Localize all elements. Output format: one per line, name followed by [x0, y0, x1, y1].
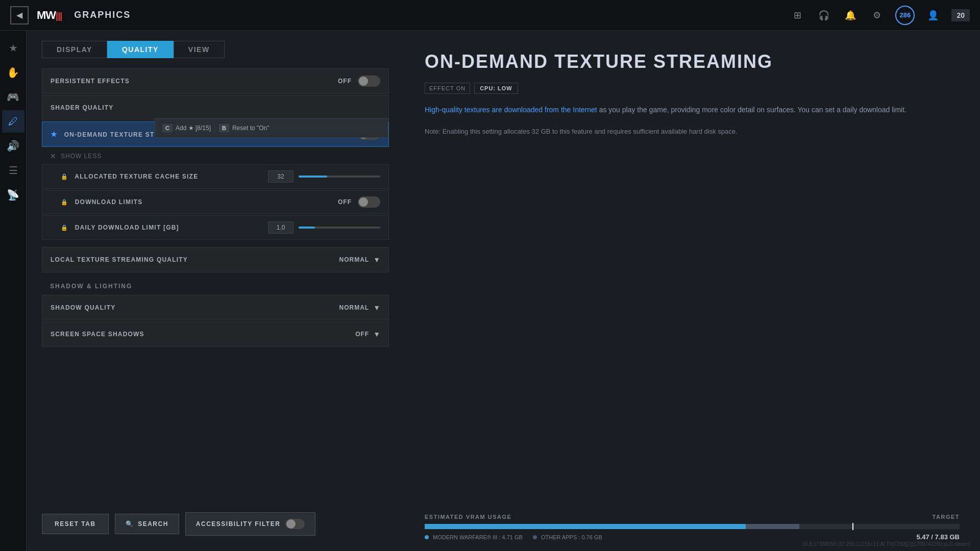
collapse-icon: ✕ — [50, 152, 57, 160]
vram-bar-mw — [425, 524, 746, 529]
sidebar-item-graphics[interactable]: 🖊 — [2, 110, 24, 133]
effect-value: CPU: LOW — [474, 83, 518, 94]
daily-limit-slider-track[interactable] — [299, 227, 380, 229]
sidebar-item-interface[interactable]: ☰ — [2, 159, 24, 182]
search-button[interactable]: 🔍 SEARCH — [115, 514, 179, 534]
vram-bar-container — [425, 524, 960, 529]
vram-header: ESTIMATED VRAM USAGE TARGET — [425, 514, 960, 520]
daily-limit-row[interactable]: 🔒 DAILY DOWNLOAD LIMIT [GB] 1.0 — [42, 215, 389, 240]
download-limits-label: 🔒 DOWNLOAD LIMITS — [61, 198, 338, 206]
persistent-effects-toggle[interactable] — [358, 76, 380, 87]
info-note: Note: Enabling this setting allocates 32… — [425, 127, 960, 137]
shader-reset-key: B — [219, 124, 229, 132]
shadow-quality-arrow: ▼ — [373, 304, 380, 312]
local-texture-quality-value: NORMAL — [339, 256, 369, 263]
daily-limit-value: 1.0 — [268, 221, 293, 234]
sidebar-item-account[interactable]: 📡 — [2, 184, 24, 206]
main-content: DISPLAY QUALITY VIEW PERSISTENT EFFECTS … — [27, 31, 980, 551]
download-limits-toggle[interactable] — [358, 196, 380, 208]
screen-space-shadows-arrow: ▼ — [373, 330, 380, 338]
page-title: GRAPHICS — [74, 10, 131, 20]
sidebar-item-audio[interactable]: 🔊 — [2, 135, 24, 157]
shadow-quality-row[interactable]: SHADOW QUALITY NORMAL ▼ — [42, 295, 389, 320]
sidebar-item-hand[interactable]: ✋ — [2, 61, 24, 84]
bottom-controls: RESET TAB 🔍 SEARCH ACCESSIBILITY FILTER — [42, 502, 389, 541]
vram-labels: MODERN WARFARE® III : 4.71 GB OTHER APPS… — [425, 533, 960, 541]
back-button[interactable]: ◀ — [10, 6, 29, 24]
currency-badge[interactable]: 286 — [895, 6, 915, 25]
info-description: High-quality textures are downloaded fro… — [425, 104, 960, 116]
info-title: ON-DEMAND TEXTURE STREAMING — [425, 51, 960, 72]
download-limits-row[interactable]: 🔒 DOWNLOAD LIMITS OFF — [42, 190, 389, 214]
persistent-effects-label: PERSISTENT EFFECTS — [51, 78, 338, 85]
tab-quality[interactable]: QUALITY — [107, 41, 174, 58]
accessibility-button[interactable]: ACCESSIBILITY FILTER — [185, 512, 316, 536]
lock-icon-download: 🔒 — [61, 199, 68, 205]
effect-label: EFFECT ON — [425, 83, 470, 94]
accessibility-label: ACCESSIBILITY FILTER — [196, 520, 281, 528]
settings-list: PERSISTENT EFFECTS OFF SHADER QUALITY C … — [42, 68, 389, 502]
allocated-cache-value: 32 — [268, 170, 293, 183]
currency-amount: 286 — [900, 11, 911, 19]
sidebar: ★ ✋ 🎮 🖊 🔊 ☰ 📡 — [0, 31, 27, 551]
allocated-cache-row[interactable]: 🔒 ALLOCATED TEXTURE CACHE SIZE 32 — [42, 164, 389, 189]
version-info: 10.8.17388059 [37:255:11151+11:A] Th[720… — [802, 541, 970, 547]
grid-icon[interactable]: ⊞ — [789, 7, 805, 23]
info-panel: ON-DEMAND TEXTURE STREAMING EFFECT ON CP… — [404, 31, 980, 551]
topbar-right: ⊞ 🎧 🔔 ⚙ 286 👤 20 — [789, 6, 970, 25]
accessibility-toggle[interactable] — [285, 519, 305, 529]
mw-logo: MW||| — [37, 9, 62, 22]
allocated-cache-slider-track[interactable] — [299, 176, 380, 178]
screen-space-shadows-value: OFF — [355, 331, 369, 338]
lock-icon-cache: 🔒 — [61, 173, 68, 180]
tab-view[interactable]: VIEW — [174, 41, 225, 58]
tab-display[interactable]: DISPLAY — [42, 41, 107, 58]
local-texture-quality-label: LOCAL TEXTURE STREAMING QUALITY — [51, 256, 339, 263]
vram-section: ESTIMATED VRAM USAGE TARGET MODERN WARFA… — [425, 504, 960, 541]
persistent-effects-row[interactable]: PERSISTENT EFFECTS OFF — [42, 68, 389, 94]
shadow-section-header: SHADOW & LIGHTING — [42, 273, 389, 295]
daily-limit-slider-fill — [299, 227, 315, 229]
info-desc-rest: as you play the game, providing more col… — [599, 106, 906, 114]
logo-text: MW — [37, 9, 56, 21]
topbar-left: ◀ MW||| GRAPHICS — [10, 6, 131, 24]
gear-icon[interactable]: ⚙ — [869, 7, 885, 23]
headset-icon[interactable]: 🎧 — [816, 7, 832, 23]
download-limits-value: OFF — [338, 198, 352, 206]
allocated-cache-label: 🔒 ALLOCATED TEXTURE CACHE SIZE — [61, 173, 268, 180]
spacer — [42, 241, 389, 247]
shader-quality-row[interactable]: SHADER QUALITY C Add ★ [8/15] B Reset to… — [42, 95, 389, 120]
shader-reset-label: Reset to "On" — [232, 124, 270, 132]
effect-badge: EFFECT ON CPU: LOW — [425, 83, 960, 94]
search-label: SEARCH — [138, 520, 168, 528]
bell-icon[interactable]: 🔔 — [842, 7, 859, 23]
settings-panel: DISPLAY QUALITY VIEW PERSISTENT EFFECTS … — [27, 31, 404, 551]
info-desc-highlight: High-quality textures are downloaded fro… — [425, 106, 597, 114]
show-less-row[interactable]: ✕ SHOW LESS — [42, 148, 389, 164]
daily-limit-label: 🔒 DAILY DOWNLOAD LIMIT [GB] — [61, 224, 268, 231]
topbar: ◀ MW||| GRAPHICS ⊞ 🎧 🔔 ⚙ 286 👤 20 — [0, 0, 980, 31]
screen-space-shadows-dropdown[interactable]: OFF ▼ — [355, 330, 380, 338]
shader-add-label: Add ★ [8/15] — [176, 124, 211, 132]
shader-reset-option[interactable]: B Reset to "On" — [219, 124, 270, 132]
vram-target-label: TARGET — [933, 514, 960, 520]
screen-space-shadows-label: SCREEN SPACE SHADOWS — [51, 331, 355, 338]
logo-bars: ||| — [56, 11, 62, 21]
vram-title: ESTIMATED VRAM USAGE — [425, 514, 511, 520]
shader-quality-label: SHADER QUALITY — [51, 104, 380, 111]
search-icon: 🔍 — [126, 520, 134, 528]
local-texture-quality-row[interactable]: LOCAL TEXTURE STREAMING QUALITY NORMAL ▼ — [42, 247, 389, 272]
daily-limit-slider-container: 1.0 — [268, 221, 380, 234]
local-texture-quality-dropdown[interactable]: NORMAL ▼ — [339, 256, 380, 264]
shadow-quality-dropdown[interactable]: NORMAL ▼ — [339, 304, 380, 312]
person-icon[interactable]: 👤 — [925, 7, 941, 23]
reset-tab-button[interactable]: RESET TAB — [42, 514, 109, 534]
local-texture-quality-arrow: ▼ — [373, 256, 380, 264]
sidebar-item-controller[interactable]: 🎮 — [2, 86, 24, 108]
level-badge: 20 — [951, 9, 970, 21]
sidebar-item-star[interactable]: ★ — [2, 37, 24, 59]
screen-space-shadows-row[interactable]: SCREEN SPACE SHADOWS OFF ▼ — [42, 321, 389, 347]
vram-mw-dot — [425, 535, 429, 539]
allocated-cache-slider-fill — [299, 176, 327, 178]
shader-add-option[interactable]: C Add ★ [8/15] — [162, 124, 211, 132]
